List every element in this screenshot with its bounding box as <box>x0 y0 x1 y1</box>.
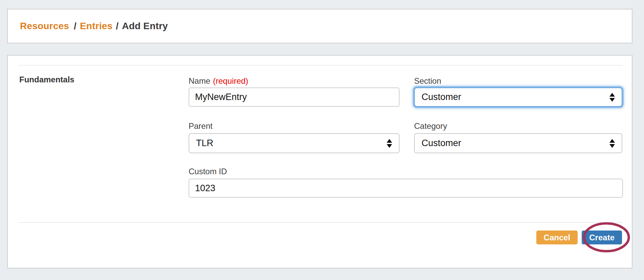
select-arrows-icon <box>387 139 392 148</box>
breadcrumb: Resources / Entries / Add Entry <box>20 9 168 43</box>
parent-label: Parent <box>189 121 400 131</box>
name-required-note: (required) <box>213 76 248 85</box>
footer-divider <box>19 222 623 223</box>
cancel-button[interactable]: Cancel <box>536 231 578 244</box>
breadcrumb-link-entries[interactable]: Entries <box>80 21 112 32</box>
breadcrumb-link-resources[interactable]: Resources <box>20 21 69 32</box>
page: Resources / Entries / Add Entry Fundamen… <box>0 0 644 280</box>
add-entry-form-panel: Fundamentals Name(required) Section Cust… <box>7 55 632 268</box>
create-button[interactable]: Create <box>582 231 622 244</box>
custom-id-label: Custom ID <box>189 167 623 176</box>
breadcrumb-separator: / <box>116 21 119 32</box>
name-input[interactable] <box>189 87 400 107</box>
parent-select[interactable]: TLR <box>189 133 400 153</box>
select-arrows-icon <box>609 139 615 148</box>
category-label: Category <box>414 121 622 131</box>
breadcrumb-panel: Resources / Entries / Add Entry <box>7 9 632 43</box>
breadcrumb-separator: / <box>74 21 77 32</box>
top-divider <box>19 65 623 65</box>
parent-select-value: TLR <box>196 138 213 148</box>
custom-id-input[interactable] <box>189 179 623 198</box>
select-arrows-icon <box>609 93 615 102</box>
category-select[interactable]: Customer <box>414 133 622 153</box>
section-select-value: Customer <box>422 92 461 102</box>
name-label: Name(required) <box>189 76 400 86</box>
footer-actions: Cancel Create <box>536 231 622 244</box>
breadcrumb-current-add-entry: Add Entry <box>122 21 168 32</box>
fundamentals-group-label: Fundamentals <box>19 75 74 84</box>
category-select-value: Customer <box>422 138 461 148</box>
section-select[interactable]: Customer <box>414 87 622 107</box>
section-label: Section <box>414 76 622 86</box>
